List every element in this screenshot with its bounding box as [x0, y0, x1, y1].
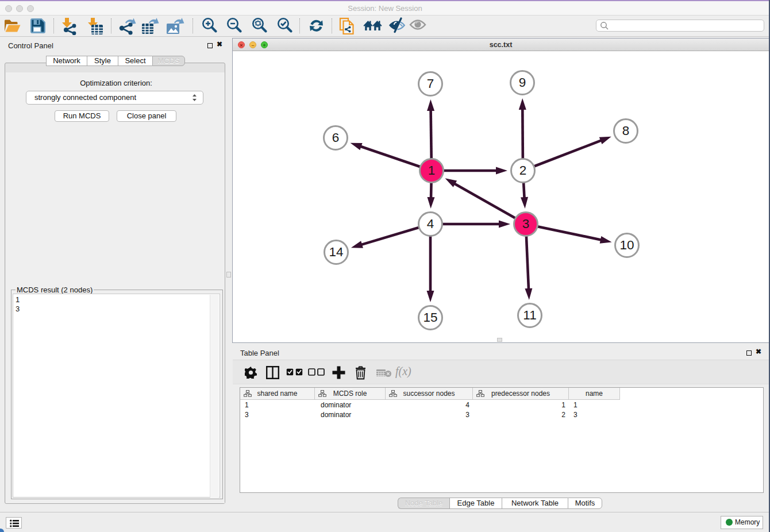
- svg-text:15: 15: [423, 310, 437, 325]
- svg-text:3: 3: [522, 217, 530, 231]
- svg-text:11: 11: [523, 308, 536, 322]
- svg-text:4: 4: [427, 217, 434, 231]
- svg-text:1: 1: [428, 163, 436, 178]
- svg-text:2: 2: [519, 163, 527, 178]
- svg-text:8: 8: [622, 124, 630, 138]
- svg-text:7: 7: [427, 76, 434, 91]
- svg-text:6: 6: [332, 130, 340, 145]
- svg-text:9: 9: [519, 75, 526, 90]
- svg-text:10: 10: [619, 238, 634, 252]
- svg-text:14: 14: [329, 245, 343, 259]
